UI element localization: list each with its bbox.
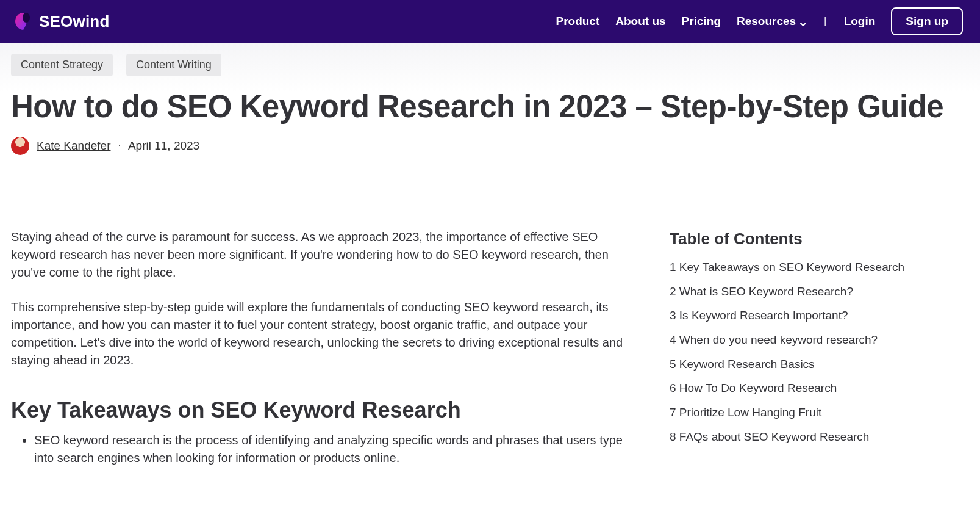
page-title: How to do SEO Keyword Research in 2023 –… xyxy=(11,90,969,123)
nav-product[interactable]: Product xyxy=(556,15,599,28)
nav-resources-label: Resources xyxy=(737,15,796,28)
author-link[interactable]: Kate Kandefer xyxy=(37,139,110,153)
nav-pricing[interactable]: Pricing xyxy=(682,15,721,28)
tag-content-strategy[interactable]: Content Strategy xyxy=(11,54,113,76)
list-item: SEO keyword research is the process of i… xyxy=(34,432,627,467)
toc-item-4[interactable]: 4 When do you need keyword research? xyxy=(670,332,938,348)
svg-point-0 xyxy=(23,13,30,23)
article-body: Staying ahead of the curve is paramount … xyxy=(11,228,627,467)
byline-separator: · xyxy=(118,140,120,151)
toc-item-6[interactable]: 6 How To Do Keyword Research xyxy=(670,380,938,396)
chevron-down-icon xyxy=(799,18,807,25)
main-nav: Product About us Pricing Resources | Log… xyxy=(556,7,963,35)
logo-icon xyxy=(13,12,33,31)
publish-date: April 11, 2023 xyxy=(128,139,199,153)
logo-text: SEOwind xyxy=(39,12,110,31)
key-takeaways-list: SEO keyword research is the process of i… xyxy=(11,432,627,467)
intro-paragraph-2: This comprehensive step-by-step guide wi… xyxy=(11,298,627,369)
byline: Kate Kandefer · April 11, 2023 xyxy=(11,137,969,155)
intro-paragraph-1: Staying ahead of the curve is paramount … xyxy=(11,228,627,281)
toc-item-1[interactable]: 1 Key Takeaways on SEO Keyword Research xyxy=(670,259,938,275)
main-content: Content Strategy Content Writing How to … xyxy=(0,43,980,467)
nav-about[interactable]: About us xyxy=(615,15,665,28)
nav-separator: | xyxy=(823,16,828,27)
signup-button[interactable]: Sign up xyxy=(891,7,963,35)
section-heading-key-takeaways: Key Takeaways on SEO Keyword Research xyxy=(11,397,627,423)
toc-item-2[interactable]: 2 What is SEO Keyword Research? xyxy=(670,284,938,300)
table-of-contents: Table of Contents 1 Key Takeaways on SEO… xyxy=(670,228,938,453)
tag-content-writing[interactable]: Content Writing xyxy=(126,54,221,76)
content-columns: Staying ahead of the curve is paramount … xyxy=(11,228,969,467)
logo[interactable]: SEOwind xyxy=(13,12,110,31)
toc-item-8[interactable]: 8 FAQs about SEO Keyword Research xyxy=(670,429,938,445)
nav-login[interactable]: Login xyxy=(844,15,876,28)
toc-item-5[interactable]: 5 Keyword Research Basics xyxy=(670,356,938,372)
nav-resources[interactable]: Resources xyxy=(737,15,807,28)
toc-item-7[interactable]: 7 Prioritize Low Hanging Fruit xyxy=(670,405,938,421)
author-avatar[interactable] xyxy=(11,137,29,155)
category-tags: Content Strategy Content Writing xyxy=(11,54,969,76)
toc-title: Table of Contents xyxy=(670,230,938,248)
site-header: SEOwind Product About us Pricing Resourc… xyxy=(0,0,980,43)
toc-item-3[interactable]: 3 Is Keyword Research Important? xyxy=(670,308,938,324)
